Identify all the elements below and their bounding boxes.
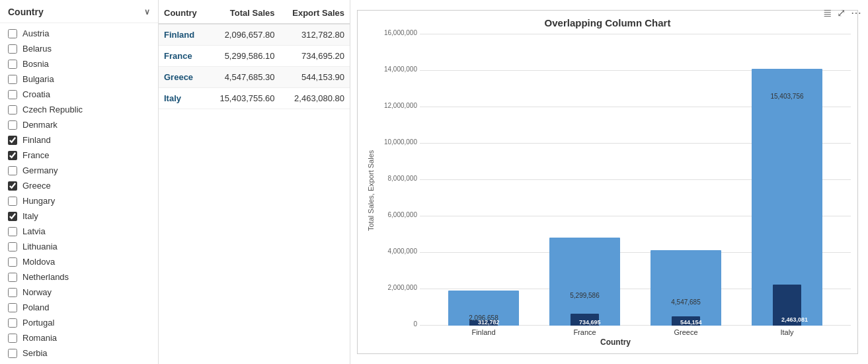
filter-item[interactable]: Spain	[0, 361, 158, 364]
y-grid-label: 0	[379, 320, 417, 328]
filter-checkbox[interactable]	[8, 136, 17, 145]
x-axis-title: Country	[380, 338, 851, 347]
chart-container: Overlapping Column Chart Total Sales, Ex…	[357, 10, 858, 354]
filter-item[interactable]: Austria	[0, 26, 158, 41]
filter-checkbox[interactable]	[8, 120, 17, 130]
col-country: Country	[159, 0, 207, 24]
filter-item[interactable]: Moldova	[0, 254, 158, 269]
filter-checkbox[interactable]	[8, 44, 17, 54]
filter-label: Finland	[22, 135, 51, 145]
y-grid-label: 2,000,000	[379, 284, 417, 291]
bar-export-label: 312,782	[478, 319, 489, 326]
filter-checkbox[interactable]	[8, 334, 17, 343]
y-grid-label: 14,000,000	[379, 66, 417, 73]
filter-item[interactable]: Bulgaria	[0, 71, 158, 87]
filter-checkbox[interactable]	[8, 105, 17, 114]
filter-checkbox[interactable]	[8, 75, 17, 84]
filter-header: Country ∨	[0, 0, 158, 23]
filter-checkbox[interactable]	[8, 318, 17, 328]
filter-checkbox[interactable]	[8, 197, 17, 206]
filter-checkbox[interactable]	[8, 60, 17, 69]
x-axis-label: Finland	[433, 328, 534, 336]
filter-item[interactable]: France	[0, 148, 158, 163]
bar-wrapper: 5,299,586734,695	[549, 34, 620, 326]
bar-column: 15,403,7562,463,081	[736, 34, 838, 326]
filter-item[interactable]: Finland	[0, 132, 158, 148]
filter-label: Romania	[22, 333, 57, 343]
bar-total: 4,547,685	[651, 250, 721, 326]
chart-title: Overlapping Column Chart	[364, 17, 851, 28]
bar-column: 4,547,685544,154	[635, 34, 736, 326]
filter-label: Moldova	[22, 257, 55, 267]
filter-item[interactable]: Poland	[0, 300, 158, 315]
col-total-sales: Total Sales	[207, 0, 280, 24]
y-axis-label: Total Sales, Export Sales	[364, 34, 377, 347]
filter-item[interactable]: Czech Republic	[0, 102, 158, 117]
table-cell: 544,153.90	[280, 67, 350, 88]
country-filter-panel: Country ∨ AustriaBelarusBosniaBulgariaCr…	[0, 0, 159, 364]
filter-item[interactable]: Denmark	[0, 117, 158, 132]
table-cell: France	[159, 46, 207, 67]
filter-label: Denmark	[22, 120, 58, 130]
chart-toolbar: ≣ ⤢ ⋯	[823, 7, 861, 19]
bar-wrapper: 2,096,658312,782	[448, 34, 519, 326]
bar-export-label: 2,463,081	[781, 316, 793, 323]
filter-item[interactable]: Portugal	[0, 315, 158, 330]
filter-item[interactable]: Hungary	[0, 193, 158, 208]
table-cell: 734,695.20	[280, 46, 350, 67]
filter-item[interactable]: Lithuania	[0, 239, 158, 254]
sales-table: Country Total Sales Export Sales Finland…	[159, 0, 350, 109]
filter-title: Country	[8, 7, 44, 17]
filter-label: France	[22, 150, 49, 160]
filter-checkbox[interactable]	[8, 257, 17, 267]
x-axis: FinlandFranceGreeceItaly	[380, 326, 851, 336]
filter-checkbox[interactable]	[8, 242, 17, 251]
filter-icon[interactable]: ≣	[823, 7, 832, 19]
filter-item[interactable]: Germany	[0, 163, 158, 178]
bar-export: 2,463,081	[773, 285, 801, 326]
table-header-row: Country Total Sales Export Sales	[159, 0, 350, 24]
filter-checkbox[interactable]	[8, 181, 17, 191]
y-grid-label: 12,000,000	[379, 102, 417, 109]
filter-label: Belarus	[22, 44, 52, 54]
table-row: Finland2,096,657.80312,782.80	[159, 24, 350, 46]
chart-area: Total Sales, Export Sales 16,000,00014,0…	[364, 34, 851, 347]
filter-label: Italy	[22, 211, 38, 221]
filter-checkbox[interactable]	[8, 166, 17, 175]
col-export-sales: Export Sales	[280, 0, 350, 24]
filter-label: Germany	[22, 165, 58, 175]
filter-checkbox[interactable]	[8, 151, 17, 160]
y-grid-label: 8,000,000	[379, 175, 417, 182]
filter-item[interactable]: Italy	[0, 208, 158, 224]
filter-item[interactable]: Belarus	[0, 41, 158, 56]
filter-label: Czech Republic	[22, 105, 83, 114]
filter-item[interactable]: Norway	[0, 285, 158, 300]
filter-item[interactable]: Netherlands	[0, 269, 158, 285]
table-cell: 5,299,586.10	[207, 46, 280, 67]
filter-label: Bosnia	[22, 59, 49, 69]
filter-checkbox[interactable]	[8, 90, 17, 99]
filter-checkbox[interactable]	[8, 303, 17, 312]
expand-icon[interactable]: ⤢	[837, 7, 846, 19]
y-grid-label: 6,000,000	[379, 211, 417, 218]
bar-total-label: 4,547,685	[643, 298, 729, 306]
filter-item[interactable]: Romania	[0, 330, 158, 345]
table-cell: Finland	[159, 24, 207, 46]
filter-checkbox[interactable]	[8, 227, 17, 236]
filter-checkbox[interactable]	[8, 288, 17, 297]
filter-item[interactable]: Latvia	[0, 224, 158, 239]
filter-item[interactable]: Greece	[0, 178, 158, 193]
bar-total: 5,299,586	[549, 238, 620, 326]
more-options-icon[interactable]: ⋯	[851, 7, 861, 19]
bar-wrapper: 4,547,685544,154	[651, 34, 721, 326]
filter-item[interactable]: Bosnia	[0, 56, 158, 71]
filter-item[interactable]: Croatia	[0, 87, 158, 102]
filter-checkbox[interactable]	[8, 29, 17, 38]
filter-label: Bulgaria	[22, 74, 54, 84]
filter-checkbox[interactable]	[8, 273, 17, 282]
filter-item[interactable]: Serbia	[0, 345, 158, 361]
filter-checkbox[interactable]	[8, 349, 17, 358]
chevron-down-icon[interactable]: ∨	[144, 7, 150, 17]
table-row: France5,299,586.10734,695.20	[159, 46, 350, 67]
filter-checkbox[interactable]	[8, 212, 17, 221]
